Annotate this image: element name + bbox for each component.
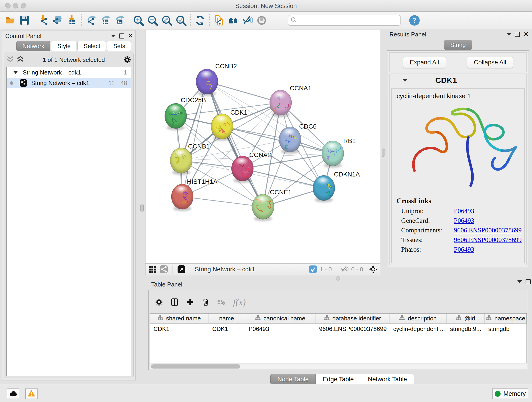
collection-expander-icon[interactable] <box>13 71 18 74</box>
zoom-fit-icon[interactable] <box>160 14 174 27</box>
table-hscrollbar[interactable] <box>150 364 527 369</box>
results-menu-icon[interactable] <box>507 33 511 36</box>
tab-style[interactable]: Style <box>51 41 77 51</box>
column-header-database-identifier[interactable]: database identifier <box>316 313 390 323</box>
network-collection-row[interactable]: String Network – cdk1 1 <box>7 67 131 78</box>
table-panel-menu-icon[interactable] <box>517 280 522 283</box>
network-node-hist1h1a[interactable]: HIST1H1AHIST1H1A <box>171 178 218 211</box>
save-session-icon[interactable] <box>17 14 32 27</box>
import-network-file-icon[interactable] <box>36 14 51 27</box>
network-node-ccnb2[interactable]: CCNB2CCNB2 <box>196 63 237 96</box>
search-box[interactable] <box>288 15 401 26</box>
tab-select[interactable]: Select <box>77 41 106 51</box>
crosslink-link[interactable]: P06493 <box>454 207 474 215</box>
zoom-in-icon[interactable] <box>131 14 146 27</box>
network-type-badge-icon[interactable] <box>160 265 168 274</box>
section-expander-icon[interactable] <box>402 79 408 82</box>
column-header-canonical-name[interactable]: canonical name <box>245 313 316 323</box>
zoom-selected-icon[interactable] <box>174 14 188 27</box>
table-cell[interactable]: 9606.ENSP00000378699 <box>316 324 390 334</box>
collapse-all-networks-icon[interactable] <box>6 56 14 64</box>
table-row[interactable]: CDK1CDK1P064939606.ENSP00000378699cyclin… <box>150 324 526 334</box>
expand-all-button[interactable]: Expand All <box>403 57 446 68</box>
table-cell[interactable]: CDK1 <box>209 324 245 334</box>
import-string-network-icon[interactable] <box>212 14 226 27</box>
cloud-status-button[interactable] <box>7 389 19 399</box>
table-options-gear-icon[interactable] <box>155 298 163 306</box>
network-node-cdc6[interactable]: CDC6CDC6 <box>279 123 317 154</box>
network-node-rb1[interactable]: RB1RB1 <box>322 137 355 168</box>
export-table-icon[interactable] <box>98 14 112 27</box>
network-node-cdc25b[interactable]: CDC25BCDC25B <box>165 96 206 130</box>
refresh-view-icon[interactable] <box>193 14 207 27</box>
string-home-icon[interactable] <box>226 14 240 27</box>
zoom-out-icon[interactable] <box>146 14 160 27</box>
collapse-all-button[interactable]: Collapse All <box>467 57 513 68</box>
crosslink-link[interactable]: 9606.ENSP00000378699 <box>454 226 522 234</box>
network-node-cdkn1a[interactable]: CDKN1ACDKN1A <box>313 171 360 202</box>
crosslink-link[interactable]: 9606.ENSP00000378699 <box>454 236 522 244</box>
node-label: CCNB1 <box>188 143 210 150</box>
table-panel-float-icon[interactable] <box>526 279 531 284</box>
column-header-shared-name[interactable]: shared name <box>150 313 209 323</box>
panel-menu-icon[interactable] <box>111 35 115 37</box>
create-column-icon[interactable] <box>186 298 194 306</box>
show-columns-icon[interactable] <box>171 298 178 306</box>
network-edge[interactable] <box>242 168 324 188</box>
import-network-database-icon[interactable] <box>51 14 65 27</box>
close-panel-icon[interactable]: ✕ <box>128 34 133 38</box>
column-header--id[interactable]: @id <box>447 313 485 323</box>
crosslink-link[interactable]: P06493 <box>454 246 474 253</box>
bottom-splitter-handle[interactable] <box>336 276 340 281</box>
glass-ball-icon[interactable] <box>254 14 269 27</box>
open-session-icon[interactable] <box>3 14 17 27</box>
column-header-description[interactable]: description <box>389 313 446 323</box>
tab-string[interactable]: String <box>444 40 472 50</box>
network-graph[interactable]: CCNB2CCNB2CCNA1CCNA1CDC25BCDC25BCDK1CDK1… <box>146 30 380 263</box>
column-header-name[interactable]: name <box>209 313 245 323</box>
tab-network[interactable]: Network <box>16 41 51 51</box>
table-cell[interactable]: stringdb <box>485 324 526 334</box>
node-section-header[interactable]: CDK1 <box>389 74 526 87</box>
delete-column-icon[interactable] <box>202 298 210 306</box>
table-cell[interactable]: stringdb:9... <box>447 324 485 334</box>
network-view[interactable]: CCNB2CCNB2CCNA1CCNA1CDC25BCDC25BCDK1CDK1… <box>145 30 380 263</box>
warnings-button[interactable] <box>25 389 38 399</box>
import-table-icon[interactable] <box>65 14 79 27</box>
network-edge[interactable] <box>207 82 263 207</box>
node-label: CDC25B <box>181 96 206 104</box>
table-hscroll-thumb[interactable] <box>151 364 240 369</box>
results-close-icon[interactable]: ✕ <box>524 32 529 37</box>
birdseye-view-icon[interactable] <box>177 265 186 274</box>
network-options-gear-icon[interactable] <box>123 56 131 64</box>
float-panel-icon[interactable] <box>119 33 124 38</box>
column-header-namespace[interactable]: namespace <box>485 313 526 323</box>
tab-network-table[interactable]: Network Table <box>361 374 414 385</box>
selected-checkbox-icon[interactable] <box>309 265 317 274</box>
network-edge[interactable] <box>207 82 280 103</box>
right-splitter-handle[interactable] <box>382 148 385 157</box>
show-grid-icon[interactable] <box>148 265 157 274</box>
export-image-icon[interactable] <box>112 14 127 27</box>
tab-sets[interactable]: Sets <box>107 41 131 51</box>
string-style-eye-icon[interactable] <box>240 14 254 27</box>
fit-content-crosshair-icon[interactable] <box>369 265 377 274</box>
table-cell[interactable]: P06493 <box>245 324 316 334</box>
network-node-ccne1[interactable]: CCNE1CCNE1 <box>252 189 292 221</box>
network-row[interactable]: String Network – cdk1 11 48 <box>7 78 131 88</box>
tab-node-table[interactable]: Node Table <box>270 374 316 385</box>
main-toolbar: ? <box>0 12 532 29</box>
network-edge[interactable] <box>182 197 263 207</box>
export-network-icon[interactable] <box>84 14 98 27</box>
memory-button[interactable]: Memory <box>492 389 528 399</box>
results-float-icon[interactable] <box>515 32 520 37</box>
table-cell[interactable]: CDK1 <box>150 324 209 334</box>
left-splitter-handle[interactable] <box>140 204 144 212</box>
hidden-elements-icon[interactable] <box>340 265 348 274</box>
expand-all-networks-icon[interactable] <box>17 56 24 64</box>
table-cell[interactable]: cyclin-dependent ... <box>389 324 446 334</box>
tab-edge-table[interactable]: Edge Table <box>316 374 361 385</box>
crosslink-link[interactable]: P06493 <box>454 217 474 224</box>
search-input[interactable] <box>297 17 398 24</box>
help-button[interactable]: ? <box>409 15 420 26</box>
